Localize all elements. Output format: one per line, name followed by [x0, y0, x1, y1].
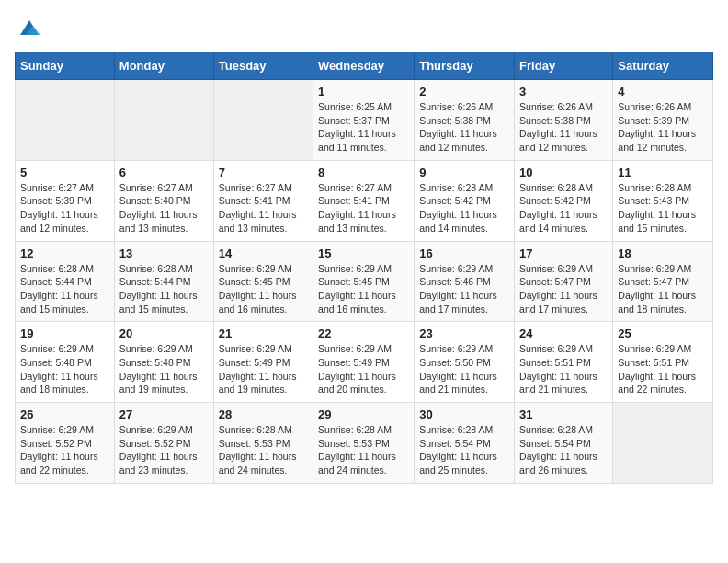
calendar-cell: 11Sunrise: 6:28 AMSunset: 5:43 PMDayligh…: [613, 160, 713, 241]
day-info: Sunrise: 6:29 AMSunset: 5:48 PMDaylight:…: [119, 342, 209, 396]
calendar-cell: 5Sunrise: 6:27 AMSunset: 5:39 PMDaylight…: [16, 160, 115, 241]
day-info: Sunrise: 6:28 AMSunset: 5:44 PMDaylight:…: [119, 262, 209, 316]
day-number: 20: [119, 327, 209, 340]
day-info: Sunrise: 6:28 AMSunset: 5:54 PMDaylight:…: [519, 423, 608, 477]
day-info: Sunrise: 6:28 AMSunset: 5:43 PMDaylight:…: [618, 181, 708, 236]
day-number: 26: [20, 408, 109, 421]
day-info: Sunrise: 6:27 AMSunset: 5:39 PMDaylight:…: [20, 181, 109, 236]
calendar-table: SundayMondayTuesdayWednesdayThursdayFrid…: [15, 52, 713, 484]
day-info: Sunrise: 6:27 AMSunset: 5:41 PMDaylight:…: [318, 181, 409, 236]
day-info: Sunrise: 6:29 AMSunset: 5:51 PMDaylight:…: [519, 342, 608, 396]
day-info: Sunrise: 6:25 AMSunset: 5:37 PMDaylight:…: [318, 100, 409, 155]
logo: [15, 15, 42, 40]
day-info: Sunrise: 6:29 AMSunset: 5:52 PMDaylight:…: [20, 423, 109, 477]
day-info: Sunrise: 6:29 AMSunset: 5:46 PMDaylight:…: [419, 262, 509, 316]
calendar-cell: [114, 80, 213, 161]
day-info: Sunrise: 6:29 AMSunset: 5:45 PMDaylight:…: [318, 262, 409, 316]
calendar-cell: 18Sunrise: 6:29 AMSunset: 5:47 PMDayligh…: [613, 241, 713, 322]
day-info: Sunrise: 6:29 AMSunset: 5:49 PMDaylight:…: [318, 342, 409, 396]
day-number: 21: [219, 327, 308, 340]
day-number: 22: [318, 327, 409, 340]
calendar-cell: 9Sunrise: 6:28 AMSunset: 5:42 PMDaylight…: [415, 160, 515, 241]
day-info: Sunrise: 6:26 AMSunset: 5:39 PMDaylight:…: [618, 100, 708, 155]
day-number: 29: [318, 408, 409, 421]
day-number: 11: [618, 166, 708, 179]
day-number: 9: [419, 166, 509, 179]
day-number: 15: [318, 247, 409, 260]
calendar-week-row: 5Sunrise: 6:27 AMSunset: 5:39 PMDaylight…: [16, 160, 713, 241]
day-number: 12: [20, 247, 109, 260]
day-number: 13: [119, 247, 209, 260]
calendar-cell: [613, 403, 713, 484]
day-number: 17: [519, 247, 608, 260]
day-info: Sunrise: 6:29 AMSunset: 5:52 PMDaylight:…: [119, 423, 209, 477]
calendar-cell: 27Sunrise: 6:29 AMSunset: 5:52 PMDayligh…: [114, 403, 213, 484]
day-number: 8: [318, 166, 409, 179]
day-info: Sunrise: 6:26 AMSunset: 5:38 PMDaylight:…: [419, 100, 509, 155]
day-number: 2: [419, 85, 509, 98]
day-number: 16: [419, 247, 509, 260]
day-info: Sunrise: 6:28 AMSunset: 5:42 PMDaylight:…: [519, 181, 608, 236]
calendar-week-row: 26Sunrise: 6:29 AMSunset: 5:52 PMDayligh…: [16, 403, 713, 484]
header-sunday: Sunday: [16, 52, 115, 80]
calendar-cell: 30Sunrise: 6:28 AMSunset: 5:54 PMDayligh…: [415, 403, 515, 484]
logo-icon: [17, 15, 42, 40]
day-info: Sunrise: 6:28 AMSunset: 5:53 PMDaylight:…: [219, 423, 308, 477]
day-info: Sunrise: 6:29 AMSunset: 5:47 PMDaylight:…: [618, 262, 708, 316]
calendar-week-row: 12Sunrise: 6:28 AMSunset: 5:44 PMDayligh…: [16, 241, 713, 322]
day-number: 1: [318, 85, 409, 98]
calendar-cell: 22Sunrise: 6:29 AMSunset: 5:49 PMDayligh…: [313, 322, 415, 403]
calendar-cell: 29Sunrise: 6:28 AMSunset: 5:53 PMDayligh…: [313, 403, 415, 484]
calendar-cell: 14Sunrise: 6:29 AMSunset: 5:45 PMDayligh…: [213, 241, 313, 322]
day-number: 31: [519, 408, 608, 421]
calendar-cell: [213, 80, 313, 161]
day-info: Sunrise: 6:28 AMSunset: 5:54 PMDaylight:…: [419, 423, 509, 477]
calendar-cell: [16, 80, 115, 161]
header-saturday: Saturday: [613, 52, 713, 80]
day-number: 28: [219, 408, 308, 421]
calendar-cell: 25Sunrise: 6:29 AMSunset: 5:51 PMDayligh…: [613, 322, 713, 403]
header-friday: Friday: [515, 52, 613, 80]
calendar-week-row: 19Sunrise: 6:29 AMSunset: 5:48 PMDayligh…: [16, 322, 713, 403]
calendar-cell: 15Sunrise: 6:29 AMSunset: 5:45 PMDayligh…: [313, 241, 415, 322]
day-info: Sunrise: 6:28 AMSunset: 5:42 PMDaylight:…: [419, 181, 509, 236]
calendar-cell: 21Sunrise: 6:29 AMSunset: 5:49 PMDayligh…: [213, 322, 313, 403]
calendar-header-row: SundayMondayTuesdayWednesdayThursdayFrid…: [16, 52, 713, 80]
day-info: Sunrise: 6:29 AMSunset: 5:50 PMDaylight:…: [419, 342, 509, 396]
header-wednesday: Wednesday: [313, 52, 415, 80]
calendar-cell: 16Sunrise: 6:29 AMSunset: 5:46 PMDayligh…: [415, 241, 515, 322]
day-number: 24: [519, 327, 608, 340]
day-info: Sunrise: 6:29 AMSunset: 5:45 PMDaylight:…: [219, 262, 308, 316]
day-info: Sunrise: 6:27 AMSunset: 5:40 PMDaylight:…: [119, 181, 209, 236]
day-number: 27: [119, 408, 209, 421]
day-number: 5: [20, 166, 109, 179]
calendar-week-row: 1Sunrise: 6:25 AMSunset: 5:37 PMDaylight…: [16, 80, 713, 161]
day-number: 23: [419, 327, 509, 340]
day-number: 4: [618, 85, 708, 98]
calendar-cell: 12Sunrise: 6:28 AMSunset: 5:44 PMDayligh…: [16, 241, 115, 322]
calendar-cell: 3Sunrise: 6:26 AMSunset: 5:38 PMDaylight…: [515, 80, 613, 161]
calendar-cell: 10Sunrise: 6:28 AMSunset: 5:42 PMDayligh…: [515, 160, 613, 241]
day-info: Sunrise: 6:28 AMSunset: 5:53 PMDaylight:…: [318, 423, 409, 477]
day-info: Sunrise: 6:26 AMSunset: 5:38 PMDaylight:…: [519, 100, 608, 155]
calendar-cell: 1Sunrise: 6:25 AMSunset: 5:37 PMDaylight…: [313, 80, 415, 161]
header-tuesday: Tuesday: [213, 52, 313, 80]
calendar-cell: 26Sunrise: 6:29 AMSunset: 5:52 PMDayligh…: [16, 403, 115, 484]
calendar-cell: 7Sunrise: 6:27 AMSunset: 5:41 PMDaylight…: [213, 160, 313, 241]
calendar-cell: 13Sunrise: 6:28 AMSunset: 5:44 PMDayligh…: [114, 241, 213, 322]
day-info: Sunrise: 6:27 AMSunset: 5:41 PMDaylight:…: [219, 181, 308, 236]
day-number: 18: [618, 247, 708, 260]
calendar-cell: 4Sunrise: 6:26 AMSunset: 5:39 PMDaylight…: [613, 80, 713, 161]
calendar-cell: 20Sunrise: 6:29 AMSunset: 5:48 PMDayligh…: [114, 322, 213, 403]
page-header: [15, 15, 713, 40]
day-number: 6: [119, 166, 209, 179]
day-info: Sunrise: 6:29 AMSunset: 5:48 PMDaylight:…: [20, 342, 109, 396]
calendar-cell: 2Sunrise: 6:26 AMSunset: 5:38 PMDaylight…: [415, 80, 515, 161]
day-number: 25: [618, 327, 708, 340]
day-number: 14: [219, 247, 308, 260]
day-info: Sunrise: 6:29 AMSunset: 5:49 PMDaylight:…: [219, 342, 308, 396]
day-info: Sunrise: 6:29 AMSunset: 5:51 PMDaylight:…: [618, 342, 708, 396]
calendar-cell: 28Sunrise: 6:28 AMSunset: 5:53 PMDayligh…: [213, 403, 313, 484]
calendar-cell: 6Sunrise: 6:27 AMSunset: 5:40 PMDaylight…: [114, 160, 213, 241]
day-info: Sunrise: 6:28 AMSunset: 5:44 PMDaylight:…: [20, 262, 109, 316]
